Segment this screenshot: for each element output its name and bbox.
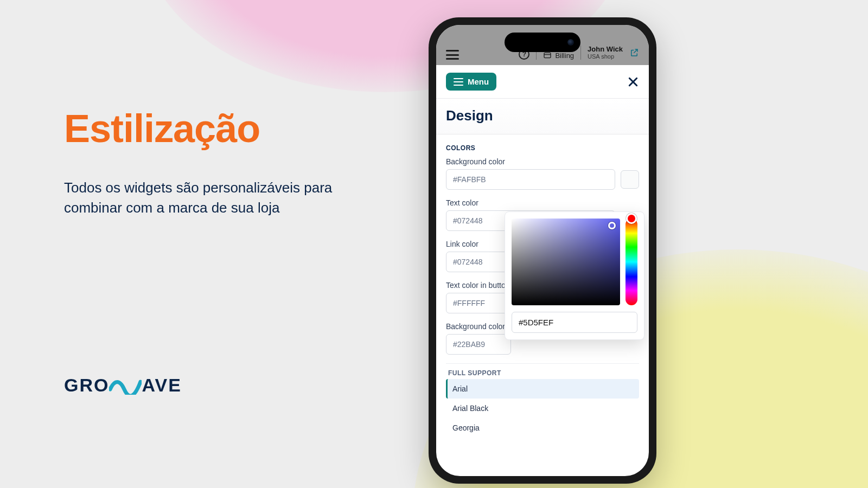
user-shop: USA shop xyxy=(588,53,623,60)
swatch-background-color[interactable] xyxy=(621,170,639,189)
svg-rect-0 xyxy=(544,53,551,57)
header-separator xyxy=(580,46,581,60)
label-background-color: Background color xyxy=(446,157,639,166)
picker-hex-input[interactable] xyxy=(512,312,637,333)
hero-body: Todos os widgets são personalizáveis par… xyxy=(64,178,346,219)
picker-sv-handle[interactable] xyxy=(608,222,616,229)
design-panel: COLORS Background color #FAFBFB Text col… xyxy=(436,134,649,438)
font-section: FULL SUPPORT ArialArial BlackGeorgia xyxy=(446,363,639,438)
label-text-color: Text color xyxy=(446,198,639,207)
font-option[interactable]: Arial xyxy=(446,379,639,399)
menu-bars-icon xyxy=(454,78,463,86)
font-list: ArialArial BlackGeorgia xyxy=(446,379,639,438)
page-title: Design xyxy=(436,98,649,134)
input-background-color[interactable]: #FAFBFB xyxy=(446,169,615,190)
wave-icon xyxy=(109,376,142,395)
input-button-text-color[interactable]: #FFFFFF xyxy=(446,293,511,313)
font-option[interactable]: Arial Black xyxy=(446,399,639,418)
picker-saturation-value[interactable] xyxy=(512,219,620,305)
user-name: John Wick xyxy=(588,46,623,53)
phone-frame: ? Billing John Wick USA shop xyxy=(429,17,656,484)
font-heading: FULL SUPPORT xyxy=(446,369,639,379)
billing-label: Billing xyxy=(555,52,574,60)
logo-text-b: AVE xyxy=(142,375,181,396)
menubar: Menu xyxy=(436,65,649,98)
picker-hue-handle[interactable] xyxy=(626,213,637,224)
billing-link[interactable]: Billing xyxy=(543,51,574,60)
font-option[interactable]: Georgia xyxy=(446,418,639,438)
hero-title: Estilização xyxy=(64,108,346,150)
input-link-color[interactable]: #072448 xyxy=(446,252,511,272)
user-block[interactable]: John Wick USA shop xyxy=(588,46,623,60)
hero-copy: Estilização Todos os widgets são persona… xyxy=(64,108,346,219)
input-button-bg-color[interactable]: #22BAB9 xyxy=(446,334,511,355)
close-icon[interactable] xyxy=(627,76,639,88)
colors-heading: COLORS xyxy=(446,144,639,152)
menu-button[interactable]: Menu xyxy=(446,73,496,91)
logo-text-a: GRO xyxy=(64,375,109,396)
billing-icon xyxy=(543,51,552,60)
growave-logo: GRO AVE xyxy=(64,375,182,396)
picker-hue-slider[interactable] xyxy=(626,219,637,305)
color-picker xyxy=(505,211,644,340)
phone-notch xyxy=(505,33,580,52)
field-background-color: Background color #FAFBFB xyxy=(446,157,639,190)
menu-label: Menu xyxy=(468,77,489,86)
hamburger-icon[interactable] xyxy=(446,50,459,60)
external-link-icon[interactable] xyxy=(629,48,639,60)
